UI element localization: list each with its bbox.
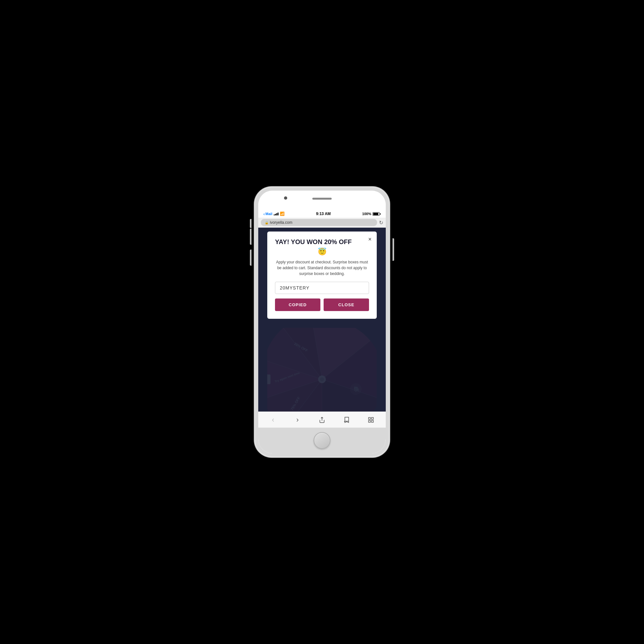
volume-down-button — [250, 250, 251, 266]
share-button[interactable] — [316, 414, 328, 426]
modal-buttons: COPIED CLOSE — [275, 298, 369, 311]
url-text: ivoryella.com — [270, 220, 292, 225]
battery-percent: 100% — [362, 212, 371, 216]
battery-icon — [373, 212, 381, 216]
status-right: 100% — [362, 212, 381, 216]
forward-button[interactable]: › — [292, 414, 303, 426]
home-button[interactable] — [314, 432, 330, 449]
modal-title: YAY! YOU WON 20% OFF — [275, 238, 369, 246]
bookmarks-button[interactable] — [341, 414, 352, 426]
modal-description: Apply your discount at checkout. Surpris… — [275, 259, 369, 277]
address-bar[interactable]: 🔒 ivoryella.com ↻ — [258, 218, 386, 228]
silent-button — [250, 219, 251, 228]
phone-top — [258, 191, 386, 210]
page-content: 75% OFF Try again next time 20% OFF 🐘 — [258, 228, 386, 412]
back-button[interactable]: ‹ — [267, 414, 279, 426]
power-button — [393, 238, 394, 261]
modal-overlay: × YAY! YOU WON 20% OFF 😇 Apply your disc… — [258, 228, 386, 412]
svg-rect-15 — [369, 420, 371, 422]
svg-rect-16 — [372, 420, 374, 422]
modal-close-x[interactable]: × — [368, 236, 372, 243]
bookmarks-icon — [343, 417, 350, 423]
tabs-button[interactable] — [365, 414, 377, 426]
modal-box: × YAY! YOU WON 20% OFF 😇 Apply your disc… — [267, 232, 377, 319]
front-camera — [284, 196, 287, 200]
svg-rect-13 — [369, 417, 371, 419]
modal-emoji: 😇 — [275, 248, 369, 256]
signal-bars — [274, 212, 279, 215]
phone-frame: ‹ Mail 📶 9:13 AM 100% — [254, 187, 390, 457]
volume-up-button — [250, 229, 251, 245]
share-icon — [319, 417, 325, 423]
url-field[interactable]: 🔒 ivoryella.com — [261, 219, 377, 226]
copied-button[interactable]: COPIED — [275, 298, 320, 311]
close-button[interactable]: CLOSE — [324, 298, 369, 311]
wifi-icon: 📶 — [280, 212, 285, 216]
status-time: 9:13 AM — [316, 212, 331, 216]
back-app: ‹ Mail — [263, 212, 272, 216]
tabs-icon — [368, 417, 374, 423]
svg-rect-14 — [372, 417, 374, 419]
home-button-area — [258, 428, 386, 453]
bottom-toolbar: ‹ › — [258, 412, 386, 428]
speaker — [312, 198, 332, 200]
lock-icon: 🔒 — [265, 221, 269, 224]
status-left: ‹ Mail 📶 — [263, 212, 285, 216]
status-bar: ‹ Mail 📶 9:13 AM 100% — [258, 210, 386, 218]
coupon-code-input[interactable] — [275, 282, 369, 294]
refresh-button[interactable]: ↻ — [379, 220, 383, 226]
